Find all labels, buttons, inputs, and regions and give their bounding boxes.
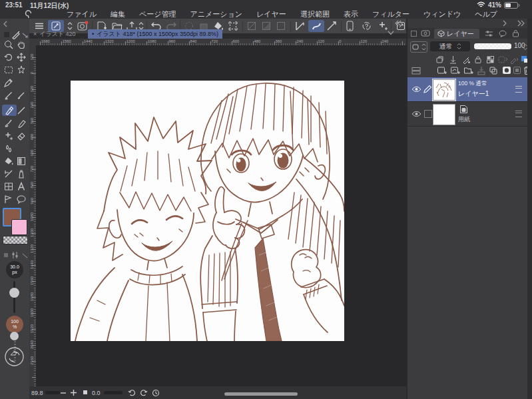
tool-marker-icon[interactable] (17, 119, 26, 128)
palette-dock-edge[interactable] (527, 19, 532, 399)
palette-mini-chip[interactable] (411, 31, 417, 37)
tool-move-icon[interactable] (17, 53, 26, 62)
tab-close-icon[interactable]: × (33, 31, 37, 37)
collapse-right-panel-icon[interactable] (394, 19, 402, 27)
menu-file[interactable]: ファイル (67, 9, 97, 19)
tool-frame-border-icon[interactable] (4, 182, 13, 191)
palette-shape-selector[interactable] (410, 41, 427, 53)
canvas-viewport[interactable] (36, 45, 406, 386)
apply-mask-icon[interactable] (513, 66, 521, 75)
snap-ruler-icon[interactable] (295, 21, 305, 31)
transfer-down-icon[interactable] (477, 66, 486, 75)
menu-filter[interactable]: フィルター (372, 9, 409, 19)
property-options-icon[interactable] (22, 253, 28, 258)
tool-fountain-pen-icon[interactable] (4, 91, 13, 100)
layer-thumbnail[interactable] (433, 104, 455, 125)
lock-layer-icon[interactable] (474, 55, 482, 64)
menu-edit[interactable]: 編集 (111, 9, 125, 19)
tool-pencil-icon[interactable] (17, 91, 26, 100)
layer-mask-icon[interactable] (502, 66, 511, 75)
reference-layer-icon[interactable] (462, 55, 471, 64)
document-canvas[interactable] (71, 81, 344, 341)
current-tool-chip[interactable] (4, 32, 9, 37)
palette-list-mode-icon[interactable] (411, 67, 421, 75)
tool-line-correction-icon[interactable] (4, 195, 13, 204)
tab-layer-palette[interactable]: レイヤー (434, 29, 479, 39)
tab-lock-icon[interactable] (512, 29, 519, 37)
tool-blend-icon[interactable] (4, 144, 13, 153)
transparent-color-swatch[interactable] (3, 236, 28, 244)
merge-down-icon[interactable] (489, 66, 498, 75)
menu-help[interactable]: ヘルプ (475, 9, 497, 19)
layer-row-paper[interactable]: 用紙 (407, 102, 527, 127)
tool-airbrush-icon[interactable] (17, 169, 26, 179)
opacity-slider-knob[interactable] (10, 332, 19, 340)
layer-row-layer1[interactable]: 100 % 通常 レイヤー1 (407, 77, 527, 102)
tool-fill-icon[interactable] (4, 157, 13, 166)
zoom-in-icon[interactable] (70, 389, 77, 396)
tab-label[interactable]: イラスト 418* (1500 x 1500px 350dpi 89.8%) (97, 30, 218, 39)
layer-visible-icon[interactable] (411, 111, 421, 117)
tool-text-icon[interactable] (17, 182, 26, 191)
sub-color-swatch[interactable] (11, 219, 27, 235)
layer-opacity-slider[interactable] (474, 43, 511, 49)
layer-thumbnail[interactable] (433, 79, 455, 101)
subtool-options-icon[interactable] (22, 33, 28, 38)
tool-rotate-view-icon[interactable] (4, 53, 13, 62)
clip-studio-logo-icon[interactable] (24, 10, 33, 19)
tool-auto-select-icon[interactable] (17, 65, 26, 75)
rotate-cw-icon[interactable] (140, 389, 148, 397)
tab-tool-property-icon[interactable] (421, 29, 430, 37)
tool-eyedropper-icon[interactable] (4, 78, 13, 87)
palm-rejection-icon[interactable] (346, 21, 354, 31)
new-folder-icon[interactable] (463, 66, 473, 75)
tool-select-icon[interactable] (4, 65, 13, 75)
snap-guide-icon[interactable] (327, 21, 337, 31)
tone-layer-icon[interactable] (262, 21, 271, 31)
lock-transparent-icon[interactable] (486, 55, 495, 64)
zoom-slider[interactable] (45, 391, 60, 394)
opacity-display[interactable]: 100 % (6, 316, 23, 333)
tool-brush-icon[interactable] (4, 119, 13, 128)
snap-special-ruler-icon[interactable] (312, 21, 322, 31)
menu-animation[interactable]: アニメーション (190, 9, 243, 19)
home-indicator[interactable] (224, 392, 298, 396)
flip-canvas-icon[interactable] (247, 21, 256, 31)
rotation-slider[interactable] (104, 391, 123, 394)
reset-view-icon[interactable] (152, 389, 160, 397)
tab-illust-420[interactable]: × イラスト 420 (31, 29, 87, 39)
gesture-help-icon[interactable] (362, 21, 372, 31)
clip-to-layer-icon[interactable] (435, 55, 444, 64)
menu-selection[interactable]: 選択範囲 (300, 9, 330, 19)
layer-visible-icon[interactable] (411, 86, 421, 93)
property-menu-icon[interactable] (3, 252, 9, 258)
layer-menu-icon[interactable] (515, 86, 522, 93)
menu-page-manage[interactable]: ページ管理 (139, 9, 176, 19)
draft-layer-icon[interactable] (510, 55, 519, 64)
brush-size-display[interactable]: 30.0 px (6, 261, 23, 278)
select-source-icon[interactable] (498, 55, 509, 64)
menu-window[interactable]: ウィンドウ (423, 9, 461, 19)
layer-menu-icon[interactable] (515, 111, 522, 117)
rotate-ccw-icon[interactable] (128, 389, 136, 397)
tool-pan-icon[interactable] (17, 40, 26, 49)
tool-line-icon[interactable] (17, 106, 26, 115)
tool-add-subtool-icon[interactable] (4, 131, 13, 141)
brush-size-slider-knob[interactable] (9, 288, 19, 298)
command-bar-overflow-icon[interactable] (388, 31, 394, 35)
dock-expand-icon[interactable] (517, 20, 525, 27)
tab-label[interactable]: イラスト 420 (39, 30, 75, 39)
add-command-icon[interactable] (378, 21, 389, 31)
layer-checkbox[interactable] (424, 110, 432, 118)
fit-to-screen-icon[interactable] (83, 390, 87, 394)
tool-pen-icon[interactable] (5, 106, 14, 115)
alpha-lock-icon[interactable] (449, 55, 457, 64)
layer-name[interactable]: レイヤー1 (458, 89, 489, 99)
tool-figure-icon[interactable] (4, 169, 13, 179)
subtool-pen-icon[interactable] (11, 30, 21, 39)
clear-icon[interactable] (276, 21, 286, 31)
layer-name[interactable]: 用紙 (458, 115, 470, 124)
tab-layer-property-icon[interactable] (485, 30, 493, 37)
blend-mode-dropdown[interactable]: 通常 (430, 41, 470, 51)
tool-zoom-icon[interactable] (4, 40, 13, 49)
